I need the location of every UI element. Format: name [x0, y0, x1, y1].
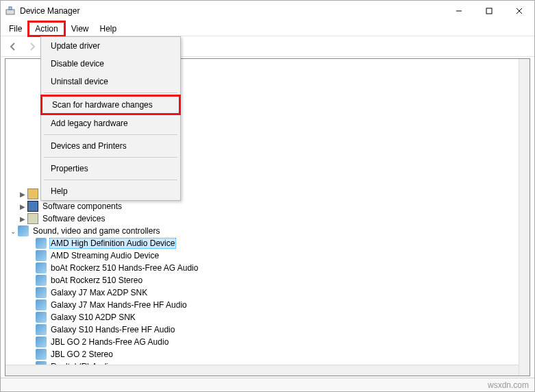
- action-menu: Update driver Disable device Uninstall d…: [40, 36, 181, 201]
- svg-rect-3: [486, 8, 492, 14]
- menu-separator: [44, 180, 177, 180]
- statusbar: wsxdn.com: [1, 378, 534, 391]
- speaker-icon: [36, 275, 47, 286]
- tree-node-audio-device[interactable]: AMD Streaming Audio Device: [5, 249, 530, 262]
- tree-label: Sound, video and game controllers: [32, 226, 161, 236]
- speaker-icon: [18, 225, 29, 236]
- scrollbar-horizontal[interactable]: [5, 365, 519, 376]
- tree-node-software-components[interactable]: ▶ Software components: [5, 200, 530, 212]
- software-icon: [27, 201, 38, 212]
- tree-node-audio-device[interactable]: Galaxy J7 Max A2DP SNK: [5, 286, 530, 299]
- menu-action[interactable]: Action: [27, 21, 65, 37]
- menu-separator: [44, 157, 177, 158]
- tree-node-audio-device[interactable]: JBL GO 2 Stereo: [5, 348, 530, 360]
- tree-node-audio-device[interactable]: boAt Rockerz 510 Stereo: [5, 274, 530, 286]
- speaker-icon: [36, 324, 47, 335]
- security-icon: [27, 188, 38, 199]
- tree-label: boAt Rockerz 510 Hands-Free AG Audio: [49, 263, 199, 273]
- speaker-icon: [36, 349, 47, 360]
- menu-add-legacy[interactable]: Add legacy hardware: [41, 114, 180, 132]
- speaker-icon: [36, 299, 47, 310]
- speaker-icon: [36, 287, 47, 298]
- tree-label: AMD Streaming Audio Device: [49, 251, 160, 260]
- menu-separator: [44, 134, 177, 135]
- menu-file[interactable]: File: [3, 23, 27, 35]
- menu-update-driver[interactable]: Update driver: [41, 37, 180, 55]
- minimize-button[interactable]: [444, 1, 474, 21]
- app-icon: [5, 5, 16, 16]
- window-controls: [444, 1, 534, 21]
- tree-label: boAt Rockerz 510 Stereo: [49, 275, 144, 285]
- tree-label: Galaxy J7 Max Hands-Free HF Audio: [49, 300, 188, 310]
- menubar: File Action View Help: [1, 21, 534, 36]
- menu-devices-printers[interactable]: Devices and Printers: [41, 137, 180, 155]
- window-title: Device Manager: [20, 6, 444, 16]
- titlebar: Device Manager: [1, 1, 534, 21]
- tree-node-sound[interactable]: ⌄ Sound, video and game controllers: [5, 225, 530, 237]
- tree-label: JBL GO 2 Stereo: [49, 350, 114, 359]
- tree-label: Software devices: [41, 214, 106, 223]
- close-button[interactable]: [504, 1, 534, 21]
- tree-label: JBL GO 2 Hands-Free AG Audio: [49, 337, 170, 347]
- tree-label: Galaxy J7 Max A2DP SNK: [49, 288, 149, 297]
- svg-rect-0: [6, 10, 14, 14]
- tree-label: AMD High Definition Audio Device: [49, 238, 176, 249]
- tree-node-software-devices[interactable]: ▶ Software devices: [5, 212, 530, 225]
- tree-label: Galaxy S10 A2DP SNK: [49, 313, 137, 322]
- menu-uninstall-device[interactable]: Uninstall device: [41, 73, 180, 90]
- watermark: wsxdn.com: [488, 380, 529, 390]
- chevron-right-icon[interactable]: ▶: [18, 203, 27, 210]
- tree-node-audio-device[interactable]: JBL GO 2 Hands-Free AG Audio: [5, 336, 530, 348]
- chevron-down-icon[interactable]: ⌄: [8, 228, 18, 235]
- tree-node-audio-device[interactable]: Galaxy J7 Max Hands-Free HF Audio: [5, 299, 530, 311]
- tree-node-audio-device[interactable]: Galaxy S10 Hands-Free HF Audio: [5, 323, 530, 336]
- tree-node-audio-device[interactable]: boAt Rockerz 510 Hands-Free AG Audio: [5, 262, 530, 274]
- scrollbar-vertical[interactable]: [519, 59, 530, 376]
- tree-label: Galaxy S10 Hands-Free HF Audio: [49, 325, 176, 334]
- tree-label: Software components: [41, 201, 123, 211]
- speaker-icon: [36, 250, 47, 261]
- menu-properties[interactable]: Properties: [41, 160, 180, 177]
- svg-rect-1: [9, 7, 12, 10]
- menu-help-item[interactable]: Help: [41, 182, 180, 200]
- menu-separator: [44, 93, 177, 93]
- menu-view[interactable]: View: [66, 23, 95, 35]
- chevron-right-icon[interactable]: ▶: [18, 191, 27, 198]
- forward-button[interactable]: [24, 38, 40, 55]
- speaker-icon: [36, 238, 47, 249]
- speaker-icon: [36, 262, 47, 273]
- speaker-icon: [36, 312, 47, 323]
- chevron-right-icon[interactable]: ▶: [18, 215, 27, 223]
- tree-node-audio-device[interactable]: Galaxy S10 A2DP SNK: [5, 311, 530, 323]
- maximize-button[interactable]: [474, 1, 504, 21]
- device-icon: [27, 213, 38, 224]
- menu-disable-device[interactable]: Disable device: [41, 55, 180, 73]
- back-button[interactable]: [5, 38, 21, 55]
- menu-help[interactable]: Help: [95, 23, 123, 35]
- speaker-icon: [36, 336, 47, 347]
- tree-node-audio-device[interactable]: AMD High Definition Audio Device: [5, 237, 530, 249]
- menu-scan-hardware[interactable]: Scan for hardware changes: [40, 95, 181, 115]
